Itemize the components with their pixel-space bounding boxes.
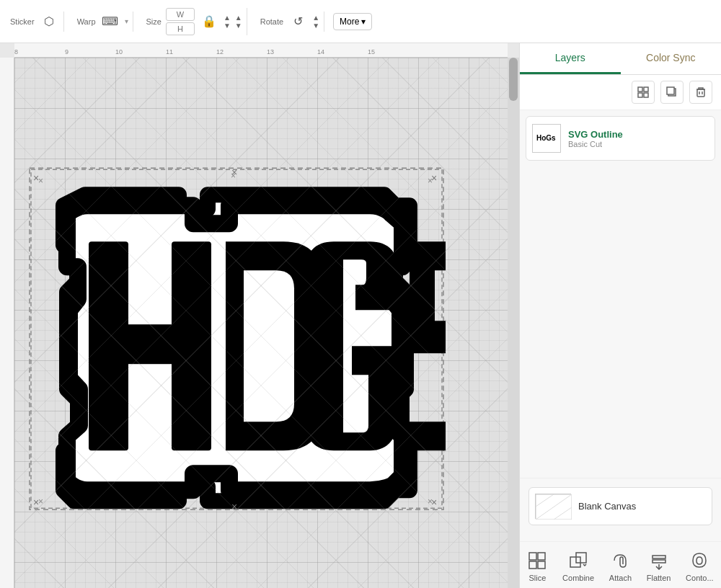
panel-toolbar <box>520 75 721 110</box>
svg-rect-23 <box>697 89 704 97</box>
attach-button[interactable]: Attach <box>603 548 637 585</box>
group-layers-button[interactable] <box>632 81 655 104</box>
contour-label: Conto... <box>686 574 714 582</box>
layer-info: SVG Outline Basic Cut <box>568 129 709 148</box>
combine-button[interactable]: Combine <box>557 548 600 585</box>
duplicate-layer-button[interactable] <box>660 81 684 104</box>
svg-text:×: × <box>431 172 437 184</box>
slice-icon <box>527 551 547 571</box>
more-button[interactable]: More ▾ <box>333 13 372 30</box>
layer-item[interactable]: HoGs SVG Outline Basic Cut <box>526 116 715 161</box>
layers-content: HoGs SVG Outline Basic Cut <box>520 110 721 478</box>
layer-thumbnail: HoGs <box>532 124 561 153</box>
svg-rect-22 <box>667 87 674 94</box>
svg-text:×: × <box>231 500 236 510</box>
svg-rect-0 <box>31 169 442 508</box>
svg-text:×: × <box>428 176 433 186</box>
svg-rect-34 <box>529 561 536 569</box>
warp-label: Warp <box>77 17 96 26</box>
panel-tabs: Layers Color Sync <box>520 43 721 75</box>
svg-text:×: × <box>33 496 39 508</box>
svg-rect-18 <box>644 87 648 92</box>
svg-rect-38 <box>653 556 665 558</box>
grid-canvas[interactable]: × × × × × × <box>14 58 508 588</box>
slice-label: Slice <box>528 574 546 582</box>
right-panel: Layers Color Sync <box>519 43 721 588</box>
sticker-icon[interactable]: ⬡ <box>39 12 59 32</box>
svg-rect-19 <box>638 93 642 97</box>
width-input[interactable] <box>166 8 195 21</box>
rotate-label: Rotate <box>260 17 283 26</box>
rotate-group: Rotate ↺ ▲▼ <box>256 12 324 32</box>
svg-rect-35 <box>538 561 545 569</box>
hogs-svg-wrapper: × × × × × × <box>27 166 446 512</box>
attach-label: Attach <box>609 574 632 582</box>
slice-button[interactable]: Slice <box>521 548 553 585</box>
hogs-artwork: × × × × × × <box>27 166 446 512</box>
ruler-left <box>0 58 14 588</box>
sticker-group: Sticker ⬡ <box>6 12 64 32</box>
svg-text:×: × <box>231 166 237 178</box>
size-label: Size <box>146 17 162 26</box>
size-group: Size 🔒 ▲▼ ▲▼ <box>142 8 247 35</box>
panel-bottom: Blank Canvas <box>520 478 721 541</box>
panel-actions: Slice Combine <box>520 541 721 588</box>
blank-canvas-thumbnail <box>535 494 571 519</box>
svg-rect-7 <box>30 168 443 509</box>
lock-icon[interactable]: 🔒 <box>199 12 219 32</box>
blank-canvas-label: Blank Canvas <box>578 501 636 512</box>
flatten-button[interactable]: Flatten <box>641 548 677 585</box>
artwork-container[interactable]: × × × × × × <box>27 166 446 514</box>
toolbar: Sticker ⬡ Warp ⌨ ▾ Size 🔒 ▲▼ ▲▼ Rotate ↺… <box>0 0 721 43</box>
svg-rect-39 <box>653 560 665 563</box>
svg-rect-37 <box>576 553 586 563</box>
main-area: 8 9 10 11 12 13 14 15 × × × × <box>0 43 721 588</box>
contour-icon <box>689 551 709 571</box>
attach-icon <box>610 551 630 571</box>
tab-color-sync[interactable]: Color Sync <box>621 43 722 74</box>
layer-type: Basic Cut <box>568 140 709 148</box>
canvas-area[interactable]: 8 9 10 11 12 13 14 15 × × × × <box>0 43 519 588</box>
scrollbar-right[interactable] <box>508 58 519 588</box>
svg-text:×: × <box>428 496 433 507</box>
scrollbar-thumb[interactable] <box>509 58 518 101</box>
svg-rect-17 <box>638 87 642 92</box>
svg-rect-36 <box>570 557 580 567</box>
svg-text:HoGs: HoGs <box>536 134 556 142</box>
sticker-label: Sticker <box>10 17 35 26</box>
svg-rect-16 <box>89 324 211 364</box>
svg-rect-20 <box>644 93 648 97</box>
warp-group: Warp ⌨ ▾ <box>73 12 133 32</box>
svg-text:×: × <box>33 172 39 184</box>
flatten-icon <box>649 551 669 571</box>
svg-text:×: × <box>231 501 237 512</box>
ruler-top: 8 9 10 11 12 13 14 15 <box>14 43 508 58</box>
more-arrow: ▾ <box>361 17 366 27</box>
svg-rect-14 <box>89 241 128 450</box>
svg-text:×: × <box>38 176 43 186</box>
more-label: More <box>340 17 359 27</box>
flatten-label: Flatten <box>647 574 671 582</box>
layer-name: SVG Outline <box>568 129 709 140</box>
svg-text:×: × <box>38 496 43 507</box>
svg-rect-15 <box>172 241 211 450</box>
svg-text:×: × <box>431 496 437 508</box>
contour-button[interactable]: Conto... <box>680 548 720 585</box>
svg-rect-33 <box>538 553 545 560</box>
tab-layers[interactable]: Layers <box>520 43 621 74</box>
svg-rect-32 <box>529 553 536 560</box>
height-input[interactable] <box>166 22 195 35</box>
warp-icon[interactable]: ⌨ <box>100 12 120 32</box>
blank-canvas-item[interactable]: Blank Canvas <box>528 487 712 525</box>
delete-layer-button[interactable] <box>689 81 712 104</box>
rotate-icon[interactable]: ↺ <box>288 12 308 32</box>
combine-label: Combine <box>562 574 594 582</box>
combine-icon <box>568 551 588 571</box>
svg-text:×: × <box>231 171 236 181</box>
